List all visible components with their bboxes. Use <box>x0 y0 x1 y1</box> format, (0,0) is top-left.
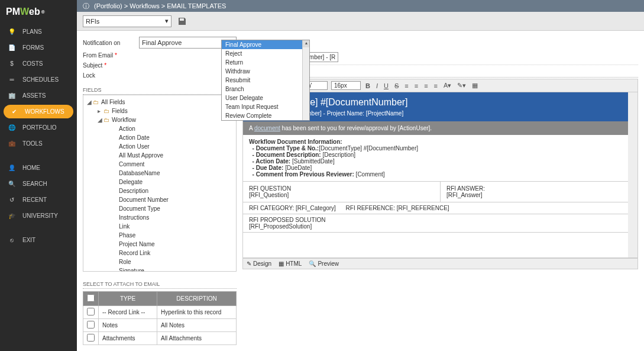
sidebar-item-assets[interactable]: 🏢ASSETS <box>0 88 77 104</box>
align-justify-button[interactable]: ≡ <box>433 82 439 89</box>
italic-button[interactable]: I <box>375 82 379 89</box>
sidebar-item-workflows[interactable]: ✔WORKFLOWS <box>4 105 73 118</box>
dollar-icon: $ <box>7 60 17 67</box>
align-left-button[interactable]: ≡ <box>403 82 409 89</box>
sidebar-item-home[interactable]: 👤HOME <box>0 160 77 176</box>
sidebar-item-schedules[interactable]: ═SCHEDULES <box>0 72 77 88</box>
align-center-button[interactable]: ≡ <box>413 82 419 89</box>
sidebar-item-label: PORTFOLIO <box>22 124 70 131</box>
underline-button[interactable]: U <box>383 82 390 89</box>
strike-button[interactable]: S <box>393 82 400 89</box>
tree-item[interactable]: Role <box>83 257 236 266</box>
attach-col-type: TYPE <box>99 292 157 306</box>
sidebar-item-recent[interactable]: ↺RECENT <box>0 192 77 208</box>
tree-item[interactable]: Phase <box>83 231 236 240</box>
attach-row-checkbox[interactable] <box>87 334 95 342</box>
sidebar-item-exit[interactable]: ⎋EXIT <box>0 232 77 248</box>
dropdown-scrollbar[interactable]: ▴ <box>302 40 309 120</box>
tree-item[interactable]: Signature <box>83 266 236 272</box>
table-row: -- Record Link --Hyperlink to this recor… <box>83 306 237 319</box>
sidebar-item-search[interactable]: 🔍SEARCH <box>0 176 77 192</box>
dropdown-option[interactable]: Team Input Request <box>222 102 309 111</box>
editor-scrollbar[interactable] <box>628 92 637 257</box>
left-panel: Notification on Final Approve▾ From Emai… <box>83 37 237 345</box>
sidebar-item-label: ASSETS <box>22 92 70 99</box>
sidebar-item-costs[interactable]: $COSTS <box>0 56 77 72</box>
info-icon[interactable]: ⓘ <box>83 2 89 11</box>
dropdown-option[interactable]: Withdraw <box>222 67 309 76</box>
doc-columns: RFI QUESTION[RFI_Question] RFI ANSWER:[R… <box>243 182 637 202</box>
sidebar-item-portfolio[interactable]: 🌐PORTFOLIO <box>0 120 77 136</box>
sidebar-item-label: COSTS <box>22 60 70 67</box>
align-right-button[interactable]: ≡ <box>423 82 429 89</box>
record-type-dropdown[interactable]: RFIs▾ <box>83 15 171 27</box>
sidebar-item-label: PLANS <box>22 28 70 35</box>
bulb-icon: 💡 <box>7 28 17 35</box>
preview-tab[interactable]: 🔍Preview <box>309 260 339 267</box>
tree-item[interactable]: Document Number <box>83 195 236 204</box>
font-color-button[interactable]: A▾ <box>442 82 452 89</box>
lock-label: Lock <box>83 72 139 79</box>
check-icon: ✔ <box>9 108 19 115</box>
tree-item[interactable]: Delegate <box>83 178 236 186</box>
tree-item[interactable]: Action Date <box>83 133 236 142</box>
tree-item[interactable]: DatabaseName <box>83 169 236 178</box>
bold-button[interactable]: B <box>364 82 371 89</box>
tree-item[interactable]: Action User <box>83 142 236 151</box>
notification-label: Notification on <box>83 40 139 46</box>
tree-item[interactable]: Action <box>83 124 236 133</box>
tree-item[interactable]: Project Name <box>83 240 236 249</box>
logo: PMWeb® <box>0 0 77 24</box>
save-button[interactable] <box>177 17 187 26</box>
tree-item[interactable]: Document Type <box>83 204 236 213</box>
attach-table: TYPE DESCRIPTION -- Record Link --Hyperl… <box>83 291 237 345</box>
attach-select-all[interactable] <box>87 294 95 302</box>
design-tab[interactable]: ✎Design <box>247 260 271 267</box>
dropdown-option[interactable]: Resubmit <box>222 76 309 85</box>
doc-solution-row: RFI PROPOSED SOLUTION [RFI_ProposedSolut… <box>243 214 637 233</box>
scroll-up-icon[interactable]: ▴ <box>303 40 309 47</box>
table-row: AttachmentsAll Attachments <box>83 332 237 345</box>
dropdown-option[interactable]: Reject <box>222 49 309 58</box>
table-button[interactable]: ▦ <box>471 82 479 89</box>
sidebar-item-label: SCHEDULES <box>22 76 70 83</box>
dropdown-option[interactable]: Return <box>222 58 309 67</box>
dropdown-option[interactable]: Branch <box>222 85 309 94</box>
tree-root[interactable]: ◢🗀All Fields <box>83 98 236 107</box>
doc-category-row: RFI CATEGORY: [RFI_Category] RFI REFEREN… <box>243 202 637 214</box>
sidebar-item-label: EXIT <box>22 237 70 243</box>
sidebar-item-label: WORKFLOWS <box>25 108 67 115</box>
pencil-icon: ✎ <box>247 260 251 267</box>
sidebar-item-university[interactable]: 🎓UNIVERSITY <box>0 208 77 224</box>
globe-icon: 🌐 <box>7 124 17 131</box>
dropdown-option[interactable]: Final Approve <box>222 40 309 49</box>
tree-item[interactable]: All Must Approve <box>83 151 236 160</box>
tree-item[interactable]: Record Link <box>83 249 236 257</box>
attach-row-checkbox[interactable] <box>87 321 95 329</box>
sidebar-item-label: RECENT <box>22 197 70 203</box>
notification-dropdown-list[interactable]: Final ApproveRejectReturnWithdrawResubmi… <box>221 40 310 121</box>
dropdown-option[interactable]: User Delegate <box>222 94 309 102</box>
tree-item[interactable]: Instructions <box>83 213 236 222</box>
sidebar-item-tools[interactable]: 💼TOOLS <box>0 136 77 152</box>
tree-item[interactable]: Description <box>83 186 236 195</box>
fields-tree[interactable]: ◢🗀All Fields ▸🗀Fields ◢🗀Workflow ActionA… <box>83 95 237 272</box>
sidebar-item-forms[interactable]: 📄FORMS <box>0 40 77 56</box>
doc-info: Workflow Document Information: - Documen… <box>243 135 637 182</box>
dropdown-option[interactable]: Review Complete <box>222 111 309 120</box>
table-row: NotesAll Notes <box>83 319 237 332</box>
html-tab[interactable]: ▦HTML <box>279 260 302 267</box>
tree-fields[interactable]: ▸🗀Fields <box>83 107 236 115</box>
tree-item[interactable]: Link <box>83 222 236 231</box>
tree-workflow[interactable]: ◢🗀Workflow <box>83 115 236 124</box>
highlight-button[interactable]: ✎▾ <box>456 82 467 89</box>
tree-item[interactable]: Comment <box>83 160 236 169</box>
chevron-down-icon: ▾ <box>165 17 169 25</box>
toolbar: RFIs▾ <box>77 12 644 31</box>
document-link[interactable]: document <box>254 125 280 131</box>
fields-header: FIELDS <box>83 85 237 95</box>
grad-icon: 🎓 <box>7 212 17 219</box>
sidebar-item-plans[interactable]: 💡PLANS <box>0 24 77 40</box>
attach-row-checkbox[interactable] <box>87 308 95 315</box>
font-size-select[interactable]: 16px <box>331 81 361 90</box>
